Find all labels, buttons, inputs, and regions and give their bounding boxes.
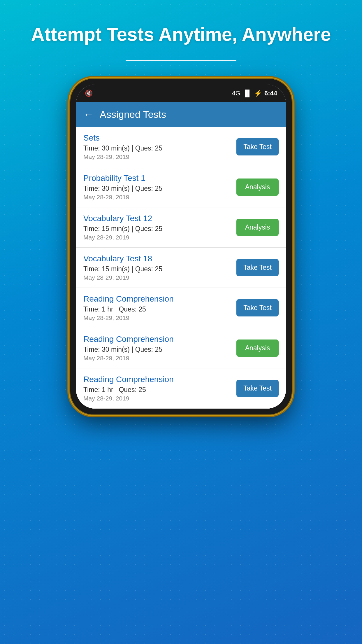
test-meta: Time: 15 min(s) | Ques: 25	[83, 265, 236, 273]
test-info: Probability Test 1Time: 30 min(s) | Ques…	[83, 174, 236, 201]
notch	[152, 85, 210, 96]
page-title: Assigned Tests	[100, 109, 166, 120]
back-button[interactable]: ←	[83, 108, 94, 120]
clock: 6:44	[264, 90, 277, 97]
take-test-button[interactable]: Take Test	[236, 138, 279, 155]
test-item: Reading ComprehensionTime: 30 min(s) | Q…	[76, 328, 286, 368]
test-date: May 28-29, 2019	[83, 153, 236, 160]
test-item: Reading ComprehensionTime: 1 hr | Ques: …	[76, 368, 286, 409]
battery-icon: ⚡	[254, 90, 262, 97]
test-item: Reading ComprehensionTime: 1 hr | Ques: …	[76, 288, 286, 328]
test-info: Reading ComprehensionTime: 30 min(s) | Q…	[83, 335, 236, 362]
phone-screen: 🔇 4G ▐▌ ⚡ 6:44 ← Assigned Tests SetsTime…	[76, 85, 286, 409]
test-meta: Time: 15 min(s) | Ques: 25	[83, 225, 236, 233]
test-meta: Time: 30 min(s) | Ques: 25	[83, 144, 236, 152]
signal-icon: ▐▌	[243, 90, 252, 97]
status-bar-left: 🔇	[85, 90, 93, 97]
test-list: SetsTime: 30 min(s) | Ques: 25May 28-29,…	[76, 127, 286, 409]
test-meta: Time: 1 hr | Ques: 25	[83, 305, 236, 313]
test-item: Vocabulary Test 12Time: 15 min(s) | Ques…	[76, 207, 286, 248]
test-info: Vocabulary Test 12Time: 15 min(s) | Ques…	[83, 214, 236, 241]
test-meta: Time: 30 min(s) | Ques: 25	[83, 185, 236, 192]
test-name: Reading Comprehension	[83, 294, 236, 304]
test-date: May 28-29, 2019	[83, 274, 236, 281]
take-test-button[interactable]: Take Test	[236, 259, 279, 276]
test-meta: Time: 30 min(s) | Ques: 25	[83, 346, 236, 354]
test-meta: Time: 1 hr | Ques: 25	[83, 386, 236, 394]
test-date: May 28-29, 2019	[83, 314, 236, 321]
analysis-button[interactable]: Analysis	[236, 219, 279, 236]
analysis-button[interactable]: Analysis	[236, 340, 279, 357]
volume-icon: 🔇	[85, 90, 93, 97]
take-test-button[interactable]: Take Test	[236, 380, 279, 397]
test-item: Vocabulary Test 18Time: 15 min(s) | Ques…	[76, 248, 286, 288]
test-name: Vocabulary Test 18	[83, 254, 236, 263]
test-info: SetsTime: 30 min(s) | Ques: 25May 28-29,…	[83, 133, 236, 160]
test-date: May 28-29, 2019	[83, 355, 236, 362]
status-bar-right: 4G ▐▌ ⚡ 6:44	[232, 90, 277, 97]
test-info: Reading ComprehensionTime: 1 hr | Ques: …	[83, 375, 236, 402]
take-test-button[interactable]: Take Test	[236, 299, 279, 316]
test-date: May 28-29, 2019	[83, 234, 236, 241]
test-info: Reading ComprehensionTime: 1 hr | Ques: …	[83, 294, 236, 321]
test-item: Probability Test 1Time: 30 min(s) | Ques…	[76, 167, 286, 207]
test-name: Reading Comprehension	[83, 335, 236, 344]
test-item: SetsTime: 30 min(s) | Ques: 25May 28-29,…	[76, 127, 286, 167]
analysis-button[interactable]: Analysis	[236, 178, 279, 196]
phone-frame: 🔇 4G ▐▌ ⚡ 6:44 ← Assigned Tests SetsTime…	[70, 79, 292, 414]
test-date: May 28-29, 2019	[83, 194, 236, 201]
test-date: May 28-29, 2019	[83, 395, 236, 402]
app-header: ← Assigned Tests	[76, 102, 286, 127]
network-label: 4G	[232, 90, 240, 97]
hero-title: Attempt Tests Anytime, Anywhere	[14, 23, 349, 46]
test-name: Probability Test 1	[83, 174, 236, 183]
test-name: Vocabulary Test 12	[83, 214, 236, 223]
status-bar: 🔇 4G ▐▌ ⚡ 6:44	[76, 85, 286, 102]
hero-divider	[126, 60, 236, 61]
test-name: Reading Comprehension	[83, 375, 236, 384]
test-name: Sets	[83, 133, 236, 143]
test-info: Vocabulary Test 18Time: 15 min(s) | Ques…	[83, 254, 236, 281]
